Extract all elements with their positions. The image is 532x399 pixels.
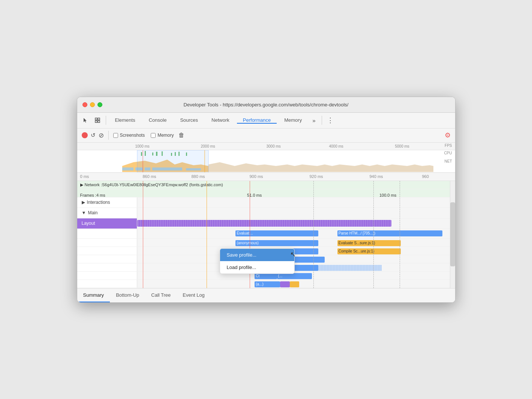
detail-940ms: 940 ms bbox=[370, 174, 383, 179]
detail-880ms: 880 ms bbox=[192, 174, 205, 179]
anon2-content: (anonymous) Compile Sc...ure.js:1) bbox=[137, 247, 455, 255]
evaluate-track-row: Evaluat… Parse HTM.../ [705...]) bbox=[77, 229, 455, 239]
a-row-label bbox=[77, 280, 137, 288]
detail-900ms: 900 ms bbox=[250, 174, 263, 179]
tab-elements[interactable]: Elements bbox=[109, 117, 141, 124]
network-arrow[interactable]: ▶ bbox=[80, 182, 83, 187]
gear-icon[interactable]: ⚙ bbox=[445, 131, 451, 139]
svg-rect-27 bbox=[318, 265, 382, 271]
clear-circle-button[interactable]: ⊘ bbox=[99, 132, 104, 139]
tracks-container: ▶ Network :S6g4U3t-Y5UEw0IE80llgEseQY3FE… bbox=[77, 181, 455, 288]
detail-860ms: 860 ms bbox=[143, 174, 156, 179]
network-track-text: Network :S6g4U3t-Y5UEw0IE80llgEseQY3FEmq… bbox=[85, 182, 223, 187]
anon1-track-row: (anonymous) Evaluate S...sure.js:1) bbox=[77, 239, 455, 247]
sec-toolbar-sep bbox=[108, 131, 109, 140]
devtools-window: Developer Tools - https://developers.goo… bbox=[77, 97, 456, 303]
network-track-row: ▶ Network :S6g4U3t-Y5UEw0IE80llgEseQY3FE… bbox=[77, 181, 455, 189]
yellow-mini-block[interactable] bbox=[290, 281, 299, 287]
context-menu: Save profile... Load profile... bbox=[220, 248, 295, 274]
timeline-overview[interactable]: 1000 ms 2000 ms 3000 ms 4000 ms 5000 ms … bbox=[77, 143, 455, 173]
tab-memory[interactable]: Memory bbox=[278, 117, 308, 124]
toolbar-separator bbox=[106, 116, 106, 125]
memory-label-cb: Memory bbox=[157, 133, 174, 138]
bottom-tab-bottomup[interactable]: Bottom-Up bbox=[110, 288, 145, 302]
purple-mini-block[interactable] bbox=[280, 281, 289, 287]
tab-sources[interactable]: Sources bbox=[174, 117, 204, 124]
paren2-block[interactable]: (... bbox=[277, 273, 312, 279]
evaluate-sure-block[interactable]: Evaluate S...sure.js:1) bbox=[337, 240, 401, 246]
load-profile-item[interactable]: Load profile... bbox=[220, 261, 294, 273]
tab-console[interactable]: Console bbox=[143, 117, 173, 124]
anon1-row-label bbox=[77, 239, 137, 247]
save-profile-item[interactable]: Save profile... bbox=[220, 249, 294, 261]
striped-blocks bbox=[318, 265, 382, 271]
ruler-5000: 5000 ms bbox=[395, 144, 409, 148]
svg-rect-15 bbox=[122, 167, 133, 170]
main-track-label: ▼ Main bbox=[77, 208, 137, 218]
overview-ruler: 1000 ms 2000 ms 3000 ms 4000 ms 5000 ms … bbox=[77, 143, 455, 150]
secondary-toolbar: ↺ ⊘ Screenshots Memory 🗑 ⚙ bbox=[77, 129, 455, 143]
ct-content: Ct (... bbox=[137, 272, 455, 279]
evaluate-content: Evaluat… Parse HTM.../ [705...]) bbox=[137, 229, 455, 238]
detail-960: 960 bbox=[422, 174, 429, 179]
a-block[interactable]: (a...) bbox=[255, 281, 280, 287]
svg-rect-0 bbox=[95, 118, 97, 120]
titlebar: Developer Tools - https://developers.goo… bbox=[77, 97, 455, 113]
window-title: Developer Tools - https://developers.goo… bbox=[184, 102, 349, 108]
record-button[interactable] bbox=[82, 132, 88, 138]
cursor-tool-icon[interactable] bbox=[80, 115, 91, 126]
interactions-track-row: ▶ Interactions bbox=[77, 197, 455, 208]
screenshots-checkbox-label[interactable]: Screenshots bbox=[113, 133, 145, 138]
main-track-content bbox=[137, 208, 455, 218]
anon1-block[interactable]: (anonymous) bbox=[235, 240, 318, 246]
network-track-label: ▶ Network :S6g4U3t-Y5UEw0IE80llgEseQY3FE… bbox=[77, 182, 455, 187]
main-toolbar: Elements Console Sources Network Perform… bbox=[77, 113, 455, 129]
ruler-2000: 2000 ms bbox=[201, 144, 215, 148]
memory-checkbox-label[interactable]: Memory bbox=[151, 133, 174, 138]
evaluate-row-label bbox=[77, 229, 137, 238]
main-track-row: ▼ Main bbox=[77, 208, 455, 218]
bottom-tabs: Summary Bottom-Up Call Tree Event Log bbox=[77, 288, 455, 302]
svg-rect-1 bbox=[98, 118, 100, 120]
tab-more-button[interactable]: » bbox=[309, 117, 318, 124]
reload-button[interactable]: ↺ bbox=[91, 132, 96, 139]
svg-rect-24 bbox=[137, 220, 391, 227]
fps-label: FPS bbox=[445, 143, 452, 148]
bottom-tab-summary[interactable]: Summary bbox=[77, 288, 110, 302]
layout-text: Layout bbox=[82, 221, 95, 226]
trash-icon[interactable]: 🗑 bbox=[178, 132, 184, 139]
svg-rect-3 bbox=[98, 121, 100, 123]
anon1-content: (anonymous) Evaluate S...sure.js:1) bbox=[137, 239, 455, 247]
layout-track-row: Layout bbox=[77, 218, 455, 229]
memory-checkbox[interactable] bbox=[151, 133, 156, 138]
layout-stripes bbox=[137, 220, 391, 227]
tab-performance[interactable]: Performance bbox=[237, 117, 277, 124]
interactions-text: Interactions bbox=[87, 200, 110, 205]
traffic-lights bbox=[82, 102, 102, 107]
cpu-label: CPU bbox=[444, 151, 452, 155]
detail-920ms: 920 ms bbox=[310, 174, 323, 179]
parse-html-block[interactable]: Parse HTM.../ [705...]) bbox=[337, 230, 442, 236]
maximize-button[interactable] bbox=[97, 102, 102, 107]
layout-label: Layout bbox=[77, 218, 137, 229]
anon-sub-row-label bbox=[77, 255, 137, 263]
bottom-tab-calltree[interactable]: Call Tree bbox=[145, 288, 177, 302]
scrollbar-thumb[interactable] bbox=[450, 202, 455, 267]
detail-ruler: 0 ms 860 ms 880 ms 900 ms 920 ms 940 ms … bbox=[77, 173, 455, 181]
minimize-button[interactable] bbox=[90, 102, 95, 107]
screenshots-checkbox[interactable] bbox=[113, 133, 118, 138]
evaluate-block[interactable]: Evaluat… bbox=[235, 230, 318, 236]
main-text: Main bbox=[88, 210, 97, 215]
interactions-arrow[interactable]: ▶ bbox=[82, 200, 85, 205]
tab-network[interactable]: Network bbox=[205, 117, 235, 124]
scrollbar[interactable] bbox=[450, 181, 455, 288]
compile-block[interactable]: Compile Sc...ure.js:1) bbox=[337, 248, 401, 254]
layout-bar[interactable] bbox=[137, 220, 391, 227]
bottom-tab-eventlog[interactable]: Event Log bbox=[177, 288, 211, 302]
devtools-menu-icon[interactable]: ⋮ bbox=[325, 115, 336, 126]
layers-icon[interactable] bbox=[92, 115, 103, 126]
ct-block[interactable]: Ct bbox=[255, 273, 277, 279]
interactions-content bbox=[137, 197, 455, 208]
close-button[interactable] bbox=[82, 102, 87, 107]
main-arrow[interactable]: ▼ bbox=[82, 210, 86, 215]
